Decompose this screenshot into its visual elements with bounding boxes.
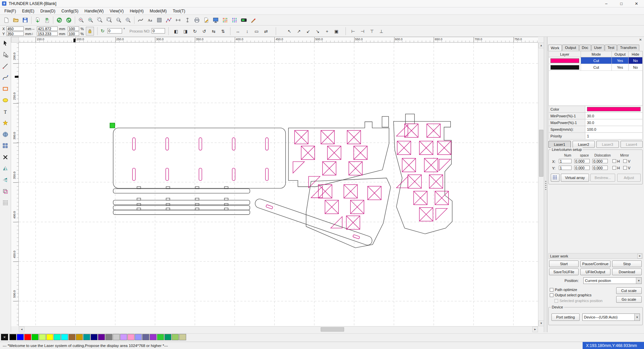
param-value[interactable]: 100.0 xyxy=(585,126,643,133)
scroll-right-arrow[interactable]: ► xyxy=(532,327,538,332)
palette-swatch[interactable] xyxy=(179,334,186,340)
menu-draw[interactable]: Draw(D) xyxy=(37,8,58,14)
swap-size-button[interactable]: ⇄ xyxy=(262,27,270,36)
scroll-up-arrow[interactable]: ▲ xyxy=(538,43,544,48)
tab-doc[interactable]: Doc xyxy=(579,45,591,51)
equal-width-button[interactable]: ↔ xyxy=(233,27,242,36)
layer-hide-cell[interactable]: No xyxy=(629,57,642,64)
mirror-h-button[interactable]: ⇆ xyxy=(209,27,218,36)
draw-star-tool[interactable] xyxy=(0,118,10,128)
palette-swatch[interactable] xyxy=(172,334,179,340)
palette-swatch[interactable] xyxy=(91,334,98,340)
palette-swatch[interactable] xyxy=(68,334,75,340)
push-right-button[interactable]: ⊣ xyxy=(358,27,367,36)
zoom-out-button[interactable] xyxy=(76,16,86,24)
zoom-extent-button[interactable] xyxy=(123,16,133,24)
param-value[interactable]: 30.0 xyxy=(585,119,643,126)
array-x-mirror-v-checkbox[interactable] xyxy=(623,159,627,163)
horizontal-scroll-thumb[interactable] xyxy=(321,327,344,332)
horizontal-scrollbar[interactable]: ◄ ► xyxy=(19,326,538,332)
palette-swatch[interactable] xyxy=(76,334,83,340)
layer-row[interactable]: CutYesNo xyxy=(549,57,642,64)
render-view-tool[interactable] xyxy=(0,129,10,139)
palette-swatch[interactable] xyxy=(46,334,53,340)
push-top-button[interactable]: ⊤ xyxy=(368,27,376,36)
bestrew-button[interactable]: Bestrew... xyxy=(590,174,615,182)
palette-swatch[interactable] xyxy=(105,334,112,340)
display-panel-button[interactable] xyxy=(239,16,249,24)
dot-matrix-b-button[interactable] xyxy=(230,16,239,24)
menu-model[interactable]: Model(M) xyxy=(147,8,170,14)
array-y-mirror-v-checkbox[interactable] xyxy=(623,166,627,170)
rotate-angle-input[interactable] xyxy=(107,28,122,34)
equal-height-button[interactable]: ↕ xyxy=(243,27,252,36)
palette-swatch[interactable] xyxy=(157,334,164,340)
minimize-button[interactable]: – xyxy=(599,0,614,7)
height-input[interactable] xyxy=(37,32,58,36)
zoom-window-button[interactable] xyxy=(95,16,105,24)
text-shx-button[interactable]: Aa xyxy=(145,16,155,24)
laser2-button[interactable]: Laser2 xyxy=(573,141,595,148)
array-y-space-input[interactable] xyxy=(574,166,590,170)
equal-size-button[interactable]: ▭ xyxy=(252,27,261,36)
tab-output[interactable]: Output xyxy=(562,45,579,51)
height-link-icon[interactable]: ↕ xyxy=(32,32,34,36)
x-position-input[interactable] xyxy=(6,26,24,31)
laser-pointer-button[interactable] xyxy=(249,16,258,24)
push-left-button[interactable]: ⊢ xyxy=(349,27,358,36)
close-button[interactable]: ✕ xyxy=(629,0,644,7)
draw-curve-button[interactable] xyxy=(136,16,145,24)
menu-config[interactable]: Config(S) xyxy=(58,8,82,14)
palette-swatch[interactable] xyxy=(98,334,105,340)
panel-splitter[interactable] xyxy=(544,37,547,332)
array-x-mirror-h-checkbox[interactable] xyxy=(612,159,616,163)
layer-output-cell[interactable]: Yes xyxy=(612,64,629,71)
import-button[interactable] xyxy=(33,16,42,24)
palette-swatch[interactable] xyxy=(120,334,127,340)
layer-row[interactable]: CutYesNo xyxy=(549,64,642,71)
align-page-button[interactable]: ▣ xyxy=(332,27,341,36)
palette-swatch[interactable] xyxy=(135,334,142,340)
palette-swatch[interactable] xyxy=(17,334,24,340)
vertical-scroll-thumb[interactable] xyxy=(539,130,543,177)
adjust-button[interactable]: Adjust xyxy=(617,174,641,182)
param-value[interactable]: 1 xyxy=(585,133,643,139)
selected-graphics-position-checkbox[interactable] xyxy=(554,299,558,303)
param-value[interactable]: 30.0 xyxy=(585,113,643,119)
dot-grid-tool[interactable] xyxy=(0,198,10,208)
y-position-input[interactable] xyxy=(6,32,24,36)
zoom-all-button[interactable] xyxy=(105,16,114,24)
laser-work-close-icon[interactable]: ✕ xyxy=(637,254,642,258)
maximize-button[interactable]: □ xyxy=(614,0,629,7)
menu-edit[interactable]: Edit(E) xyxy=(19,8,38,14)
align-top-right-button[interactable]: ↗ xyxy=(294,27,303,36)
push-bottom-button[interactable]: ⊥ xyxy=(377,27,386,36)
redo-button[interactable] xyxy=(64,16,73,24)
ufile-output-button[interactable]: UFileOutput xyxy=(580,269,610,275)
height-percent-input[interactable] xyxy=(68,32,79,36)
laser4-button[interactable]: Laser4 xyxy=(621,141,643,148)
offset-tool[interactable] xyxy=(0,186,10,196)
go-scale-button[interactable]: Go scale xyxy=(616,296,642,303)
palette-swatch[interactable] xyxy=(164,334,171,340)
edit-doc-button[interactable] xyxy=(202,16,211,24)
layer-color-swatch[interactable] xyxy=(587,107,641,111)
array-copy-tool[interactable] xyxy=(0,141,10,151)
mirror-vertical-tool[interactable] xyxy=(0,175,10,185)
scroll-down-arrow[interactable]: ▼ xyxy=(538,321,544,326)
new-button[interactable] xyxy=(2,16,11,24)
palette-swatch[interactable] xyxy=(150,334,157,340)
select-tool[interactable] xyxy=(0,38,10,48)
pause-continue-button[interactable]: Pause/Continue xyxy=(580,260,610,267)
tab-user[interactable]: User xyxy=(591,45,604,51)
vertical-scrollbar[interactable]: ▲ ▼ xyxy=(538,43,544,326)
array-y-dislocation-input[interactable] xyxy=(592,166,608,170)
menu-tool[interactable]: Tool(T) xyxy=(170,8,188,14)
align-top-left-button[interactable]: ↖ xyxy=(285,27,294,36)
rotate-cw-button[interactable]: ↻ xyxy=(191,27,199,36)
measure-h-button[interactable] xyxy=(173,16,183,24)
device-select[interactable]: Device---(USB:Auto) ▼ xyxy=(582,313,640,321)
palette-swatch[interactable] xyxy=(24,334,31,340)
tab-test[interactable]: Test xyxy=(605,45,617,51)
position-select[interactable]: Current position ▼ xyxy=(583,277,642,284)
